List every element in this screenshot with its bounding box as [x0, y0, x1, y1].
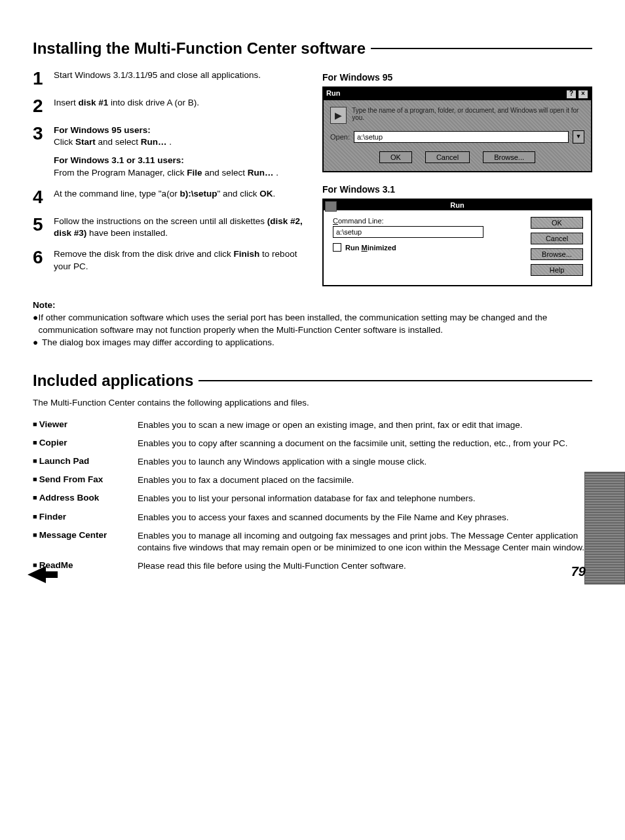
titlebar: Run ?×	[324, 88, 591, 100]
text: and select	[202, 168, 248, 178]
step-text: Follow the instructions on the screen un…	[54, 216, 303, 239]
help-icon[interactable]: ?	[566, 90, 577, 99]
open-label: Open:	[330, 133, 350, 141]
step-text: For Windows 95 users: Click Start and se…	[54, 124, 303, 179]
cancel-button[interactable]: Cancel	[425, 151, 470, 163]
text-bold: disk #1	[79, 98, 109, 107]
step-text: Start Windows 3.1/3.11/95 and close all …	[54, 69, 303, 88]
text: .	[167, 137, 172, 147]
app-row: Message CenterEnables you to manage all …	[33, 530, 592, 554]
sub-heading: For Windows 95 users:	[54, 125, 151, 135]
step-number: 5	[33, 216, 48, 239]
dialog-message-row: ▶ Type the name of a program, folder, or…	[330, 107, 584, 124]
command-line-label: Command Line:	[333, 217, 524, 225]
command-line-field[interactable]: a:\setup	[333, 226, 483, 238]
step-text: Insert disk #1 into disk drive A (or B).	[54, 97, 303, 115]
text-bold: b):\setup	[180, 189, 217, 199]
application-list: ViewerEnables you to scan a new image or…	[33, 419, 592, 573]
browse-button[interactable]: Browse...	[483, 151, 535, 163]
text: and select	[96, 137, 141, 147]
checkbox-icon	[333, 243, 341, 252]
text: Run	[345, 244, 361, 252]
app-row: Launch PadEnables you to launch any Wind…	[33, 456, 592, 468]
bullet-icon: ●	[33, 337, 42, 349]
figure-label-win95: For Windows 95	[322, 72, 592, 83]
mnemonic: M	[361, 244, 367, 252]
cancel-button[interactable]: Cancel	[531, 233, 583, 244]
mnemonic: C	[333, 217, 338, 225]
app-description: Enables you to list your personal inform…	[138, 493, 592, 505]
ok-button[interactable]: OK	[379, 151, 412, 163]
step-text: At the command line, type "a(or b):\setu…	[54, 188, 303, 206]
heading-rule	[199, 380, 592, 381]
browse-button[interactable]: Browse...	[531, 248, 583, 260]
text: .	[273, 168, 278, 178]
text: Remove the disk from the disk drive and …	[54, 249, 234, 259]
app-name: Finder	[33, 512, 138, 524]
app-name: Address Book	[33, 493, 138, 505]
step-6: 6 Remove the disk from the disk drive an…	[33, 248, 303, 272]
text: have been installed.	[86, 228, 168, 238]
page-heading-1: Installing the Multi-Function Center sof…	[33, 39, 592, 58]
step-1: 1 Start Windows 3.1/3.11/95 and close al…	[33, 69, 303, 88]
text: From the Program Manager, click	[54, 168, 187, 178]
app-description: Enables you to launch any Windows applic…	[138, 456, 592, 468]
app-description: Enables you to scan a new image or open …	[138, 419, 592, 431]
text-bold: OK	[259, 189, 273, 199]
pointer-icon	[26, 563, 59, 586]
note-title: Note:	[33, 299, 592, 312]
system-menu-icon[interactable]	[325, 201, 337, 212]
close-icon[interactable]: ×	[578, 90, 588, 99]
dropdown-icon[interactable]: ▼	[573, 130, 584, 143]
sub-heading: For Windows 3.1 or 3.11 users:	[54, 155, 184, 165]
ok-button[interactable]: OK	[531, 217, 583, 229]
text: " and click	[217, 189, 259, 199]
note-text: The dialog box images may differ accordi…	[42, 337, 275, 349]
figures-column: For Windows 95 Run ?× ▶ Type the name of…	[322, 69, 592, 286]
step-number: 3	[33, 124, 48, 179]
step-number: 2	[33, 97, 48, 115]
app-name: Copier	[33, 438, 138, 449]
text: .	[273, 189, 275, 199]
heading-1-text: Installing the Multi-Function Center sof…	[33, 39, 366, 58]
app-description: Please read this file before using the M…	[138, 560, 592, 572]
text-bold: Run…	[248, 168, 274, 178]
help-button[interactable]: Help	[531, 264, 583, 276]
bullet-icon: ●	[33, 312, 38, 337]
text-bold: File	[187, 168, 202, 178]
app-name: Launch Pad	[33, 456, 138, 468]
heading-2-text: Included applications	[33, 372, 193, 390]
app-name: Message Center	[33, 530, 138, 554]
intro-text: The Multi-Function Center contains the f…	[33, 398, 592, 408]
app-description: Enables you to copy after scanning a doc…	[138, 438, 592, 449]
app-row: ViewerEnables you to scan a new image or…	[33, 419, 592, 431]
step-4: 4 At the command line, type "a(or b):\se…	[33, 188, 303, 206]
text-bold: Start	[75, 137, 96, 147]
text: inimized	[368, 244, 396, 252]
open-field[interactable]: a:\setup	[354, 131, 569, 143]
text-bold: Run…	[141, 137, 167, 147]
figure-label-win31: For Windows 3.1	[322, 184, 592, 195]
heading-rule	[371, 48, 592, 49]
app-name: Viewer	[33, 419, 138, 431]
run-minimized-checkbox[interactable]: Run Minimized	[333, 243, 524, 252]
app-row: ReadMePlease read this file before using…	[33, 560, 592, 572]
note-block: Note: ● If other communication software …	[33, 299, 592, 349]
app-description: Enables you to fax a document placed on …	[138, 474, 592, 486]
text: Insert	[54, 98, 79, 107]
step-text: Remove the disk from the disk drive and …	[54, 248, 303, 272]
text: Follow the instructions on the screen un…	[54, 216, 267, 226]
page-number: 79	[571, 564, 586, 579]
side-tab-strip	[584, 472, 625, 584]
app-description: Enables you to access your faxes and sca…	[138, 512, 592, 524]
run-icon: ▶	[330, 107, 347, 124]
app-description: Enables you to manage all incoming and o…	[138, 530, 592, 554]
titlebar: Run	[324, 200, 591, 210]
page-heading-2: Included applications	[33, 372, 592, 390]
text: into disk drive A (or B).	[108, 98, 199, 107]
note-text: If other communication software which us…	[38, 312, 592, 337]
step-number: 6	[33, 248, 48, 272]
text: Click	[54, 137, 75, 147]
step-2: 2 Insert disk #1 into disk drive A (or B…	[33, 97, 303, 115]
step-3: 3 For Windows 95 users: Click Start and …	[33, 124, 303, 179]
